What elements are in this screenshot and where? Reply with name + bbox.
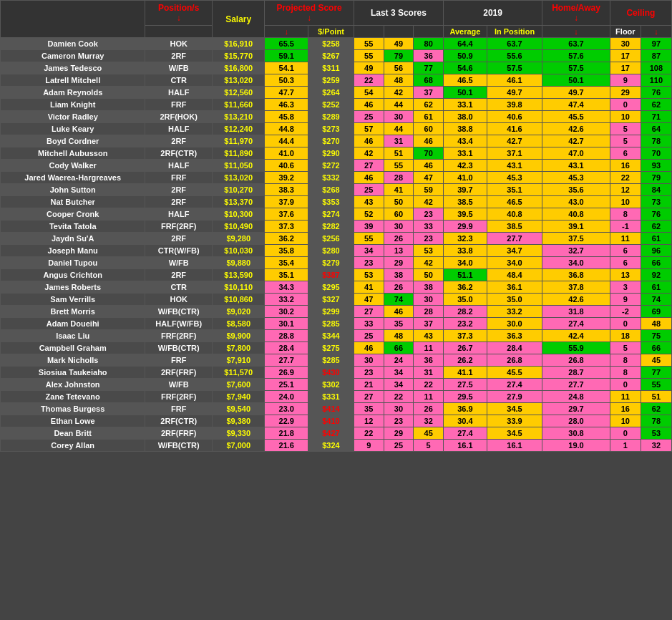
- player-spp: $256: [308, 233, 354, 245]
- player-name: Damien Cook: [1, 38, 145, 50]
- player-name: Angus Crichton: [1, 269, 145, 281]
- player-ha: 57.5: [542, 62, 610, 74]
- player-floor: 16: [610, 160, 641, 172]
- player-l2: 13: [384, 245, 414, 257]
- player-position: 2RF: [145, 269, 213, 281]
- player-l1: 23: [354, 367, 384, 379]
- player-ceil: 84: [641, 184, 671, 196]
- player-spp: $270: [308, 135, 354, 147]
- player-position: 2RF: [145, 233, 213, 245]
- player-ceil: 110: [641, 74, 671, 87]
- player-ceil: 75: [641, 330, 671, 342]
- player-proj: 28.8: [265, 330, 308, 342]
- player-ha: 39.1: [542, 221, 610, 233]
- player-avg: 34.0: [444, 257, 487, 269]
- player-spp: $410: [308, 415, 354, 427]
- player-avg: 33.1: [444, 99, 487, 111]
- player-inpos: 38.5: [487, 221, 542, 233]
- player-spp: $282: [308, 221, 354, 233]
- player-spp: $267: [308, 50, 354, 62]
- player-ceil: 53: [641, 427, 671, 440]
- player-ha: 30.8: [542, 427, 610, 440]
- player-ceil: 45: [641, 354, 671, 367]
- player-inpos: 27.9: [487, 391, 542, 403]
- player-floor: 9: [610, 74, 641, 87]
- player-position: CTR(W/FB): [145, 245, 213, 257]
- player-proj: 39.2: [265, 172, 308, 184]
- player-position: W/FB: [145, 379, 213, 391]
- player-l3: 23: [414, 208, 444, 221]
- player-floor: 6: [610, 147, 641, 160]
- player-floor: 18: [610, 330, 641, 342]
- player-avg: 46.5: [444, 74, 487, 87]
- player-ha: 29.7: [542, 403, 610, 415]
- player-spp: $258: [308, 38, 354, 50]
- player-spp: $252: [308, 99, 354, 111]
- ha-sub: ↓: [542, 26, 610, 38]
- player-ha: 32.7: [542, 245, 610, 257]
- player-spp: $268: [308, 184, 354, 196]
- player-l2: 30: [384, 403, 414, 415]
- player-l2: 44: [384, 123, 414, 135]
- player-name: Daniel Tupou: [1, 257, 145, 269]
- player-floor: 3: [610, 281, 641, 294]
- player-salary: $12,560: [213, 87, 265, 99]
- player-spp: $430: [308, 367, 354, 379]
- player-name: Victor Radley: [1, 111, 145, 123]
- player-l1: 27: [354, 160, 384, 172]
- proj-sub: ↓: [265, 26, 308, 38]
- player-ha: 24.8: [542, 391, 610, 403]
- player-ha: 43.1: [542, 160, 610, 172]
- player-ha: 26.8: [542, 354, 610, 367]
- player-salary: $16,910: [213, 38, 265, 50]
- player-l1: 41: [354, 281, 384, 294]
- player-name: Zane Tetevano: [1, 391, 145, 403]
- player-inpos: 28.4: [487, 342, 542, 354]
- player-l3: 68: [414, 74, 444, 87]
- spp-sub: $/Point: [308, 26, 354, 38]
- player-spp: $275: [308, 342, 354, 354]
- player-floor: 22: [610, 172, 641, 184]
- player-floor: 10: [610, 111, 641, 123]
- player-avg: 54.6: [444, 62, 487, 74]
- player-floor: 0: [610, 379, 641, 391]
- player-floor: 16: [610, 403, 641, 415]
- player-inpos: 40.8: [487, 208, 542, 221]
- table-row: Joseph Manu CTR(W/FB) $10,030 35.8 $280 …: [1, 245, 672, 257]
- player-l1: 54: [354, 87, 384, 99]
- player-avg: 28.2: [444, 306, 487, 318]
- player-l3: 30: [414, 294, 444, 306]
- player-position: FRF(2RF): [145, 330, 213, 342]
- player-l2: 23: [384, 415, 414, 427]
- player-avg: 35.0: [444, 294, 487, 306]
- player-avg: 32.3: [444, 233, 487, 245]
- player-position: 2RF: [145, 50, 213, 62]
- player-proj: 45.8: [265, 111, 308, 123]
- player-proj: 22.9: [265, 415, 308, 427]
- player-avg: 50.9: [444, 50, 487, 62]
- player-l1: 47: [354, 294, 384, 306]
- player-ha: 42.6: [542, 123, 610, 135]
- player-salary: $13,020: [213, 74, 265, 87]
- player-name: Sam Verrills: [1, 294, 145, 306]
- player-salary: $8,580: [213, 318, 265, 330]
- player-floor: 17: [610, 62, 641, 74]
- player-l2: 46: [384, 306, 414, 318]
- player-l3: 37: [414, 87, 444, 99]
- player-salary: $9,330: [213, 427, 265, 440]
- player-floor: 8: [610, 208, 641, 221]
- player-position: HOK: [145, 38, 213, 50]
- player-l2: 66: [384, 342, 414, 354]
- player-l2: 30: [384, 111, 414, 123]
- player-avg: 38.8: [444, 123, 487, 135]
- player-l1: 55: [354, 38, 384, 50]
- player-ha: 35.6: [542, 184, 610, 196]
- player-avg: 33.8: [444, 245, 487, 257]
- player-floor: 0: [610, 427, 641, 440]
- avg-sub: Average: [444, 26, 487, 38]
- player-l2: 22: [384, 391, 414, 403]
- table-row: Liam Knight FRF $11,660 46.3 $252 46 44 …: [1, 99, 672, 111]
- player-spp: $344: [308, 330, 354, 342]
- ceiling-header: Ceiling: [610, 1, 671, 26]
- player-floor: 5: [610, 135, 641, 147]
